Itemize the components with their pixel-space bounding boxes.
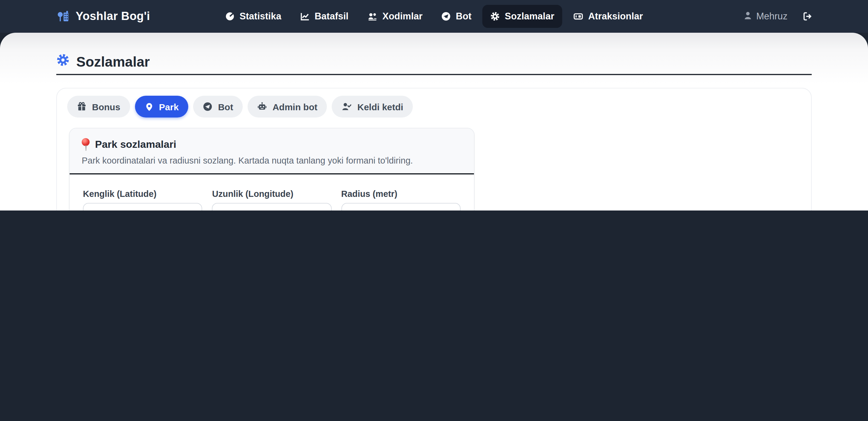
nav-right: Mehruz <box>744 10 812 22</box>
park-card-header: Park sozlamalari Park koordinatalari va … <box>70 129 474 174</box>
longitude-field-group: Uzunlik (Longitude) <box>212 189 332 210</box>
line-chart-icon <box>300 11 310 21</box>
latitude-field-group: Kenglik (Latitude) <box>83 189 203 210</box>
main-content: Sozlamalar Bonus Par <box>0 33 868 210</box>
nav-label: Atraksionlar <box>588 11 643 22</box>
brand-label: Yoshlar Bog'i <box>76 10 150 23</box>
tab-label: Bot <box>218 102 233 112</box>
tab-label: Bonus <box>92 102 120 112</box>
nav-item-batafsil[interactable]: Batafsil <box>292 5 356 28</box>
tree-city-icon <box>57 10 70 22</box>
round-pushpin-icon <box>82 138 90 151</box>
latitude-label: Kenglik (Latitude) <box>83 189 203 199</box>
telegram-icon <box>441 11 451 21</box>
gear-icon-blue <box>56 53 70 70</box>
title-divider <box>56 74 812 75</box>
longitude-input[interactable] <box>212 203 332 210</box>
logout-icon[interactable] <box>802 11 812 21</box>
nav-label: Sozlamalar <box>505 11 554 22</box>
nav-item-sozlamalar[interactable]: Sozlamalar <box>483 5 562 28</box>
nav-item-xodimlar[interactable]: Xodimlar <box>359 5 430 28</box>
tab-park[interactable]: Park <box>135 96 188 117</box>
gift-icon <box>77 102 87 111</box>
park-card-description: Park koordinatalari va radiusni sozlang.… <box>82 155 462 167</box>
user-name: Mehruz <box>756 11 787 22</box>
park-card-title-text: Park sozlamalari <box>95 138 176 151</box>
top-navbar: Yoshlar Bog'i Statistika Batafsil Xodiml… <box>0 0 868 33</box>
page-title: Sozlamalar <box>56 53 812 70</box>
telegram-icon <box>203 102 213 111</box>
robot-icon <box>257 102 267 111</box>
tab-admin-bot[interactable]: Admin bot <box>248 96 327 117</box>
tab-label: Admin bot <box>272 102 317 112</box>
park-settings-card: Park sozlamalari Park koordinatalari va … <box>69 128 474 210</box>
brand[interactable]: Yoshlar Bog'i <box>57 10 150 23</box>
pie-chart-icon <box>225 11 235 21</box>
latitude-input[interactable] <box>83 203 203 210</box>
ticket-icon <box>573 11 583 21</box>
nav-label: Xodimlar <box>382 11 423 22</box>
nav-label: Bot <box>456 11 471 22</box>
tab-label: Park <box>159 102 179 112</box>
user-icon <box>744 10 753 22</box>
tab-label: Keldi ketdi <box>358 102 403 112</box>
nav-item-bot[interactable]: Bot <box>433 5 479 28</box>
settings-card: Bonus Park Bot <box>56 88 812 210</box>
radius-field-group: Radius (metr) <box>341 189 461 210</box>
user-menu[interactable]: Mehruz <box>744 10 787 22</box>
coordinate-fields: Kenglik (Latitude) Uzunlik (Longitude) R… <box>83 189 461 210</box>
park-card-body: Kenglik (Latitude) Uzunlik (Longitude) R… <box>70 174 474 210</box>
tab-keldi-ketdi[interactable]: Keldi ketdi <box>332 96 413 117</box>
radius-label: Radius (metr) <box>341 189 461 199</box>
screen: Yoshlar Bog'i Statistika Batafsil Xodiml… <box>0 0 868 210</box>
nav-menu: Statistika Batafsil Xodimlar Bot <box>217 0 651 33</box>
page-title-text: Sozlamalar <box>76 54 150 70</box>
nav-item-atraksionlar[interactable]: Atraksionlar <box>565 5 651 28</box>
radius-input[interactable] <box>341 203 461 210</box>
users-icon <box>367 11 377 21</box>
nav-label: Statistika <box>240 11 281 22</box>
park-card-title: Park sozlamalari <box>82 138 462 151</box>
location-pin-icon <box>144 102 153 111</box>
gear-icon <box>490 11 500 21</box>
settings-tabs: Bonus Park Bot <box>67 96 803 117</box>
user-check-icon <box>342 102 352 111</box>
longitude-label: Uzunlik (Longitude) <box>212 189 332 199</box>
tab-bonus[interactable]: Bonus <box>67 96 130 117</box>
tab-bot[interactable]: Bot <box>193 96 243 117</box>
nav-label: Batafsil <box>314 11 348 22</box>
nav-item-statistika[interactable]: Statistika <box>217 5 289 28</box>
